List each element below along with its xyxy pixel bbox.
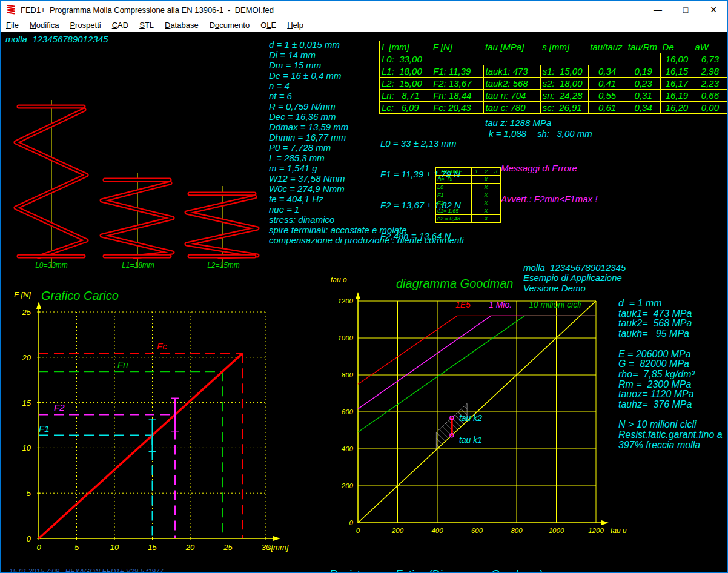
en-mark-cell: X	[481, 191, 491, 199]
x-tick-label: 20	[185, 543, 195, 552]
en-mark-cell	[491, 184, 501, 191]
results-cell: F1: 11,39	[431, 65, 483, 78]
results-cell: 0,41	[588, 78, 626, 90]
results-cell: 16,19	[661, 90, 693, 102]
series-label-1: 1 Mio.	[489, 300, 512, 310]
spring-label-l2: L2=15mm	[194, 261, 253, 270]
en-row-label: L0	[436, 184, 472, 191]
en-mark-cell	[491, 176, 501, 184]
results-cell: 0,19	[626, 65, 661, 78]
en-header: EN15800-	[436, 168, 472, 176]
spring-coil	[187, 197, 257, 257]
material-info-line-0: d = 1 mm	[618, 299, 723, 309]
results-cell: 0,55	[588, 90, 626, 102]
results-cell: sn: 24,28	[540, 90, 588, 102]
results-header-7: aW	[693, 41, 727, 53]
material-info: d = 1 mmtauk1= 473 MPatauk2= 568 MPatauk…	[618, 299, 723, 451]
en-col-header: 2	[481, 168, 491, 176]
sh-value: sh: 3,00 mm	[537, 128, 592, 139]
results-cell: L2: 15,00	[380, 78, 431, 90]
results-header-4: tau/tauz	[588, 41, 626, 53]
material-info-line-12: N > 10 milioni cicli	[618, 420, 723, 430]
en-mark-cell	[491, 207, 501, 215]
en-mark-cell	[472, 215, 481, 223]
spring-app-icon	[5, 4, 17, 16]
load-chart: 0510152025300510152025FcFnF2F1Grafico Ca…	[7, 273, 303, 559]
results-cell: tau c: 780	[483, 102, 540, 114]
material-info-line-7: rho= 7,85 kg/dm³	[618, 369, 723, 380]
results-cell: 0,00	[693, 102, 727, 114]
en-mark-cell	[472, 207, 481, 215]
y-tick-label: 1000	[337, 334, 353, 342]
minimize-button[interactable]: —	[644, 1, 672, 19]
x-tick-label: 0	[36, 543, 41, 552]
en-row-label: e1= 1,65	[436, 207, 472, 215]
menu-bar: FileModificaProspettiCADSTLDatabaseDocum…	[1, 19, 727, 32]
results-cell: 16,20	[661, 102, 693, 114]
goodman-title: diagramma Goodman	[396, 277, 513, 290]
goodman-xlabel: tau u	[611, 526, 627, 535]
y-tick-label: 400	[342, 445, 354, 452]
menu-file[interactable]: File	[1, 19, 24, 32]
results-cell: L0: 33,00	[380, 53, 431, 65]
results-cell: 0,31	[626, 90, 661, 102]
results-cell: tau n: 704	[483, 90, 540, 102]
en-mark-cell: X	[481, 184, 491, 191]
results-cell: Ln: 8,71	[380, 90, 431, 102]
load-chart-title: Grafico Carico	[41, 289, 119, 302]
material-info-line-14: 397% freccia molla	[618, 440, 723, 451]
material-info-line-13: Resist.fatic.garant.fino a	[618, 430, 723, 440]
goodman-ylabel: tau o	[331, 276, 347, 284]
menu-modifica[interactable]: Modifica	[24, 19, 64, 32]
material-info-line-2: tauk2= 568 MPa	[618, 319, 723, 329]
menu-ole[interactable]: OLE	[255, 19, 282, 32]
results-cell: Fc: 20,43	[431, 102, 483, 114]
x-tick-label: 0	[356, 527, 360, 534]
menu-prospetti[interactable]: Prospetti	[64, 19, 106, 32]
en-col-header: 1	[472, 168, 481, 176]
y-tick-label: 200	[341, 482, 354, 489]
en-mark-cell	[472, 184, 481, 191]
goodman-chart: 0200400600800100012000200400600800100012…	[325, 261, 640, 541]
spring-id-note: molla 123456789012345	[5, 34, 108, 44]
marker-label-F1: F1	[39, 423, 50, 434]
x-tick-label: 1200	[588, 527, 604, 534]
error-title: Messaggi di Errore	[501, 163, 597, 173]
results-cell: 0,61	[588, 102, 626, 114]
results-header-0: L [mm]	[380, 41, 431, 53]
results-cell: s2: 18,00	[540, 78, 588, 90]
maximize-button[interactable]: □	[672, 1, 700, 19]
load-chart-ylabel: F [N]	[14, 290, 31, 299]
close-button[interactable]: ✕	[700, 1, 727, 19]
tol-f2-48h: F2,48h = 13,64 N	[380, 231, 461, 241]
results-cell: 16,15	[661, 65, 693, 78]
menu-help[interactable]: Help	[282, 19, 309, 32]
menu-stl[interactable]: STL	[134, 19, 159, 32]
menu-database[interactable]: Database	[159, 19, 204, 32]
material-info-line-8: Rm = 2300 MPa	[618, 380, 723, 390]
material-info-line-1: tauk1= 473 MPa	[618, 309, 723, 319]
y-tick-label: 0	[349, 519, 354, 526]
menu-documento[interactable]: Documento	[204, 19, 256, 32]
goodman-header: molla 123456789012345Esempio di Applicaz…	[523, 262, 626, 293]
results-header-3: s [mm]	[540, 41, 588, 53]
material-info-line-10: tauhz= 376 MPa	[618, 400, 723, 410]
y-tick-label: 800	[342, 371, 354, 379]
error-message: Avvert.: F2min<F1max !	[501, 194, 597, 204]
results-cell: 16,17	[661, 78, 693, 90]
en-row-label: e2 = 0,48	[436, 215, 472, 223]
en-mark-cell	[491, 199, 501, 207]
tau-k1-label: tau k1	[459, 435, 482, 445]
results-cell: 0,66	[693, 90, 727, 102]
results-cell	[431, 53, 661, 65]
results-header-5: tau/Rm	[626, 41, 661, 53]
x-tick-label: 15	[148, 543, 157, 552]
results-cell: sc: 26,91	[540, 102, 588, 114]
en-mark-cell	[491, 215, 501, 223]
tau-z-value: tau z: 1288 MPa	[485, 118, 551, 128]
x-tick-label: 1000	[549, 527, 564, 534]
x-tick-label: 5	[74, 543, 79, 552]
menu-cad[interactable]: CAD	[107, 19, 134, 32]
en-col-header: 3	[491, 168, 501, 176]
error-messages: Messaggi di Errore Avvert.: F2min<F1max …	[501, 142, 597, 225]
